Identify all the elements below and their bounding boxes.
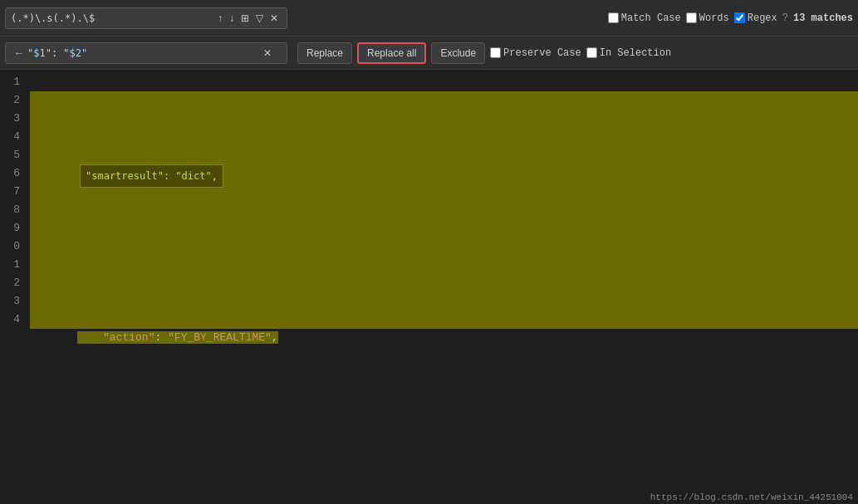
words-label[interactable]: Words: [686, 12, 729, 24]
exclude-button[interactable]: Exclude: [431, 42, 485, 64]
search-input-wrap[interactable]: ↑ ↓ ⊞ ▽ ✕: [5, 7, 287, 29]
replace-actions: Replace Replace all Exclude Preserve Cas…: [297, 42, 671, 64]
up-arrow-btn[interactable]: ↑: [214, 11, 226, 26]
replace-toolbar: ← ✕ Replace Replace all Exclude Preserve…: [0, 37, 858, 70]
code-line-12: "version": "2.1",: [30, 274, 858, 292]
line-num-9: 9: [7, 219, 20, 237]
code-line-1: ▽test = {: [30, 73, 858, 91]
code-line-6: "client": "fanyideskweb", "smartresult":…: [30, 164, 858, 183]
match-case-checkbox[interactable]: [608, 12, 619, 23]
match-case-label[interactable]: Match Case: [608, 12, 681, 24]
code-area: 1 2 3 4 5 6 7 8 9 0 1 2 3 4 ▽test = { "i…: [0, 70, 858, 504]
line-num-2: 2: [7, 91, 20, 110]
line-num-5: 5: [7, 146, 20, 164]
line-num-11: 1: [7, 256, 20, 274]
line-num-8: 8: [7, 201, 20, 219]
replace-input-wrap[interactable]: ← ✕: [5, 42, 287, 64]
line-num-13: 3: [7, 292, 20, 311]
line-num-3: 3: [7, 110, 20, 128]
clear-search-btn[interactable]: ✕: [267, 11, 282, 26]
line-num-6: 6: [7, 164, 20, 183]
line-num-14: 4: [7, 311, 20, 329]
search-toolbar: ↑ ↓ ⊞ ▽ ✕ Match Case Words Regex ? 13 ma…: [0, 0, 858, 37]
line-num-12: 2: [7, 274, 20, 292]
down-arrow-btn[interactable]: ↓: [226, 11, 238, 26]
code-line-9: "ts": "1560232735282",: [30, 219, 858, 237]
code-line-3: "from": "AUTO",: [30, 110, 858, 128]
line-num-4: 4: [7, 128, 20, 146]
regex-checkbox[interactable]: [734, 12, 745, 23]
line-numbers: 1 2 3 4 5 6 7 8 9 0 1 2 3 4: [0, 70, 30, 504]
matches-badge: 13 matches: [793, 12, 853, 24]
preserve-case-checkbox[interactable]: [490, 47, 501, 58]
status-url: https://blog.csdn.net/weixin_44251004: [645, 491, 858, 504]
help-icon[interactable]: ?: [782, 12, 788, 24]
search-options: Match Case Words Regex ? 13 matches: [608, 12, 853, 24]
code-line-5: "smartresult": "dict",: [30, 146, 858, 164]
line-num-10: 0: [7, 237, 20, 256]
code-line-11: "doctype": "json",: [30, 256, 858, 274]
replace-input[interactable]: [27, 47, 260, 59]
preserve-case-label[interactable]: Preserve Case: [490, 47, 581, 59]
search-input[interactable]: [11, 12, 214, 24]
code-line-14: "action": "FY_BY_REALTlME",: [30, 311, 858, 329]
filter-btn[interactable]: ▽: [252, 11, 267, 26]
replace-back-btn[interactable]: ←: [11, 46, 27, 61]
words-checkbox[interactable]: [686, 12, 697, 23]
code-line-4: "to": "AUTO",: [30, 128, 858, 146]
search-options-btn[interactable]: ⊞: [238, 11, 252, 26]
clear-replace-btn[interactable]: ✕: [260, 46, 275, 61]
in-selection-label[interactable]: In Selection: [586, 47, 671, 59]
regex-label[interactable]: Regex: [734, 12, 777, 24]
in-selection-checkbox[interactable]: [586, 47, 597, 58]
code-line-2: "i": "word",: [30, 91, 858, 110]
line-num-1: 1: [7, 73, 20, 91]
replace-button[interactable]: Replace: [297, 42, 352, 64]
code-line-10: "bv": "9d1e6a4f9d4241fb7947f623cc9e4efa"…: [30, 237, 858, 256]
replace-all-button[interactable]: Replace all: [357, 42, 426, 64]
code-content[interactable]: ▽test = { "i": "word", "from": "AUTO", "…: [30, 70, 858, 504]
tooltip: "smartresult": "dict",: [80, 164, 223, 188]
code-line-8: "sign": "0755056009dbbb1261a6da931f8b93a…: [30, 201, 858, 219]
line-num-7: 7: [7, 183, 20, 201]
code-line-13: "keyfrom": "fanyi.web",: [30, 292, 858, 311]
